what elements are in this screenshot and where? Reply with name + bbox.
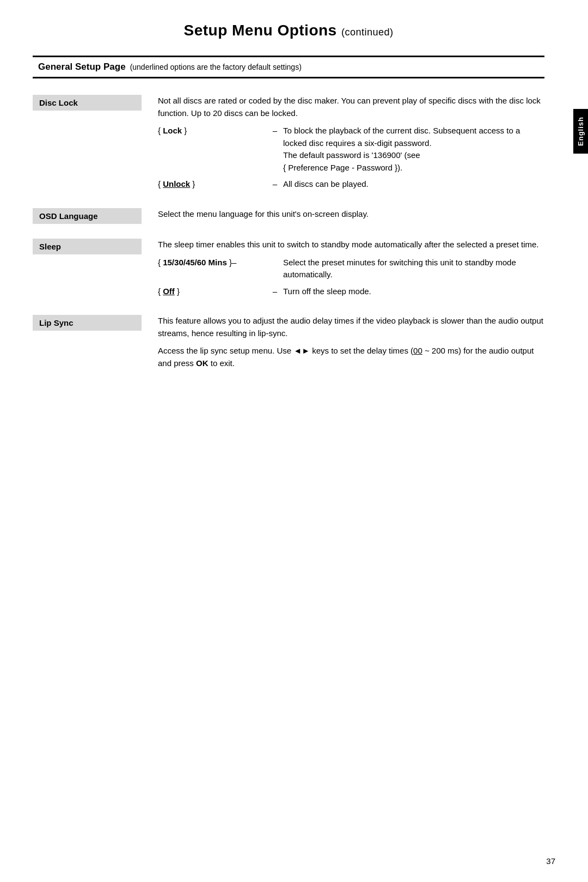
option-dash-off: – [267,285,283,298]
osd-language-description: Select the menu language for this unit's… [158,208,544,221]
option-key-unlock: { Unlock } [158,178,267,191]
option-row-lock: { Lock } – To block the playback of the … [158,125,544,174]
page-number-value: 37 [546,856,555,866]
section-header-normal: (underlined options are the factory defa… [130,63,302,71]
section-header-bold: General Setup Page [38,62,126,72]
sidebar-english-label: English [573,109,588,154]
osd-language-content: Select the menu language for this unit's… [142,208,544,226]
section-header: General Setup Page (underlined options a… [33,56,544,78]
disc-lock-description: Not all discs are rated or coded by the … [158,95,544,119]
page-number: 37 [546,856,555,866]
osd-language-label: OSD Language [33,208,142,224]
disc-lock-options: { Lock } – To block the playback of the … [158,125,544,191]
option-key-mins: { 15/30/45/60 Mins }– [158,257,283,269]
page-title: Setup Menu Options (continued) [33,22,544,39]
lip-sync-content: This feature allows you to adjust the au… [142,315,544,375]
sleep-options: { 15/30/45/60 Mins }– Select the preset … [158,257,544,298]
option-desc-mins: Select the preset minutes for switching … [283,257,544,281]
option-desc-unlock: All discs can be played. [283,178,544,191]
title-text: Setup Menu Options [183,22,336,39]
option-key-off: { Off } [158,285,267,298]
option-row-unlock: { Unlock } – All discs can be played. [158,178,544,191]
lip-sync-row: Lip Sync This feature allows you to adju… [33,315,544,375]
sleep-content: The sleep timer enables this unit to swi… [142,239,544,302]
option-row-mins: { 15/30/45/60 Mins }– Select the preset … [158,257,544,281]
disc-lock-content: Not all discs are rated or coded by the … [142,95,544,195]
option-desc-off: Turn off the sleep mode. [283,285,544,298]
option-dash-unlock: – [267,178,283,191]
sleep-description: The sleep timer enables this unit to swi… [158,239,544,251]
option-desc-lock: To block the playback of the current dis… [283,125,544,174]
lip-sync-label: Lip Sync [33,315,142,331]
osd-language-row: OSD Language Select the menu language fo… [33,208,544,226]
option-dash-lock: – [267,125,283,137]
disc-lock-row: Disc Lock Not all discs are rated or cod… [33,95,544,195]
title-continued: (continued) [341,27,394,38]
disc-lock-label: Disc Lock [33,95,142,111]
sidebar-label-text: English [577,117,585,146]
sleep-row: Sleep The sleep timer enables this unit … [33,239,544,302]
option-key-lock: { Lock } [158,125,267,137]
option-row-off: { Off } – Turn off the sleep mode. [158,285,544,298]
lip-sync-description: This feature allows you to adjust the au… [158,315,544,339]
lip-sync-description2: Access the lip sync setup menu. Use ◄► k… [158,345,544,369]
page-container: Setup Menu Options (continued) General S… [0,0,588,421]
sleep-label: Sleep [33,239,142,254]
